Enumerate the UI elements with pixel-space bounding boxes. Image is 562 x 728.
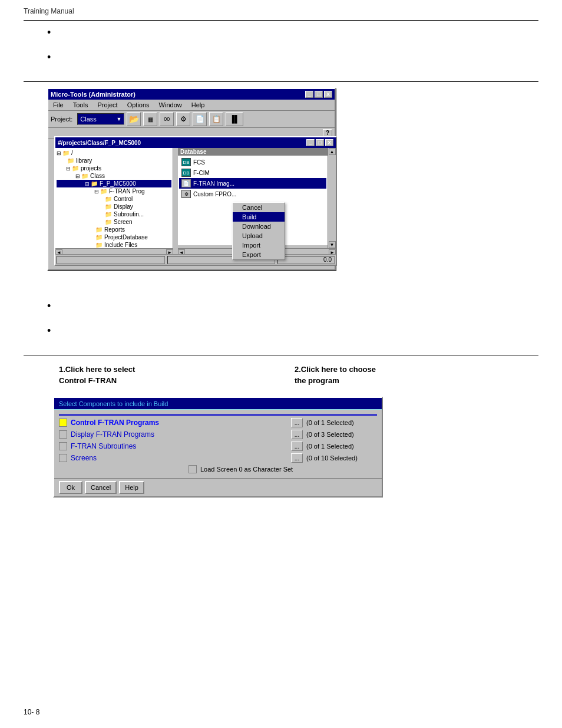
menu-window[interactable]: Window — [157, 101, 184, 109]
toolbar-btn-2[interactable]: ▦ — [143, 112, 157, 126]
toolbar-btn-4[interactable]: ⚙ — [176, 112, 190, 126]
tree-display[interactable]: 📁 Display — [57, 203, 171, 210]
menu-help[interactable]: Help — [189, 101, 207, 109]
component-btn-3[interactable]: ... — [291, 442, 303, 451]
page-header: Training Manual — [0, 0, 562, 20]
fcs-icon: DB — [181, 158, 191, 166]
tree-control[interactable]: 📁 Control — [57, 195, 171, 203]
toolbar-btn-5[interactable]: 📄 — [193, 112, 207, 126]
ok-button[interactable]: Ok — [59, 481, 82, 494]
component-row-4: Screens ... (0 of 10 Selected) — [59, 453, 377, 463]
component-row-3: F-TRAN Subroutines ... (0 of 1 Selected) — [59, 442, 377, 451]
context-upload[interactable]: Upload — [233, 231, 285, 241]
toolbar-btn-1[interactable]: 📂 — [127, 112, 141, 126]
cancel-button[interactable]: Cancel — [85, 481, 117, 494]
status-pane-value: 0.0 — [277, 256, 335, 264]
minimize-button[interactable]: _ — [305, 91, 313, 98]
help-button[interactable]: Help — [119, 481, 144, 494]
scroll-down-icon[interactable]: ▼ — [329, 241, 336, 248]
context-cancel[interactable]: Cancel — [233, 203, 285, 212]
dialog-body: Control F-TRAN Programs ... (0 of 1 Sele… — [54, 410, 382, 478]
main-menubar: File Tools Project Options Window Help — [48, 100, 335, 111]
panel-item-custom[interactable]: ⚙ Custom FPRO... — [179, 189, 326, 199]
checkbox-screens[interactable] — [59, 454, 67, 462]
load-screen-label: Load Screen 0 as Character Set — [200, 466, 293, 473]
bullet-dot-4: • — [47, 325, 59, 338]
load-screen-row: Load Screen 0 as Character Set — [189, 465, 377, 473]
context-build[interactable]: Build — [233, 212, 285, 222]
component-btn-2[interactable]: ... — [291, 430, 303, 439]
inner-titlebar: #/projects/Class/F_P_MC5000 _ □ X — [55, 137, 336, 148]
menu-options[interactable]: Options — [125, 101, 152, 109]
main-toolbar: Project: Class ▼ 📂 ▦ 00 ⚙ 📄 📋 ▐▌ — [48, 111, 335, 128]
component-row-1: Control F-TRAN Programs ... (0 of 1 Sele… — [59, 418, 377, 427]
header-title: Training Manual — [24, 7, 74, 15]
inner-window-buttons: _ □ X — [306, 139, 333, 146]
context-export[interactable]: Export — [233, 250, 285, 259]
component-btn-1[interactable]: ... — [291, 418, 303, 427]
checkbox-control-ftran[interactable] — [59, 419, 67, 427]
checkbox-display-ftran[interactable] — [59, 430, 67, 439]
maximize-button[interactable]: □ — [315, 91, 323, 98]
select-components-dialog: Select Components to include in Build Co… — [53, 397, 383, 498]
tree-include[interactable]: 📁 Include Files — [57, 241, 171, 248]
context-import[interactable]: Import — [233, 241, 285, 250]
bullet-section-2: • • — [0, 294, 562, 355]
component-count-2: (0 of 3 Selected) — [306, 431, 377, 438]
dropdown-arrow-icon: ▼ — [116, 116, 121, 122]
page-footer: 10- 8 — [24, 708, 39, 716]
main-window-title: Micro-Tools (Administrator) — [51, 91, 135, 98]
custom-icon: ⚙ — [181, 190, 191, 198]
component-name-1: Control F-TRAN Programs — [71, 419, 178, 427]
menu-tools[interactable]: Tools — [71, 101, 91, 109]
main-window: Micro-Tools (Administrator) _ □ X File T… — [47, 88, 336, 271]
checkbox-load-screen[interactable] — [189, 465, 197, 473]
scroll-up-icon[interactable]: ▲ — [329, 148, 336, 155]
bullet-section-1: • • — [0, 21, 562, 81]
bullet-item-2: • — [47, 51, 515, 64]
dialog-header: Select Components to include in Build — [54, 398, 382, 410]
inner-minimize-button[interactable]: _ — [306, 139, 315, 146]
tree-subroutine[interactable]: 📁 Subroutin... — [57, 210, 171, 218]
bullet-dot-1: • — [47, 27, 59, 39]
tree-root[interactable]: ⊟ 📁 / — [57, 149, 171, 157]
component-btn-4[interactable]: ... — [291, 453, 303, 463]
component-count-1: (0 of 1 Selected) — [306, 419, 377, 426]
header-underline — [59, 414, 377, 416]
component-name-4: Screens — [71, 454, 178, 462]
diagram-label-right: 2.Click here to choose the program — [295, 364, 376, 386]
toolbar-btn-3[interactable]: 00 — [160, 112, 174, 126]
tree-ftran-prog[interactable]: ⊟ 📁 F-TRAN Prog — [57, 187, 171, 195]
project-dropdown[interactable]: Class ▼ — [77, 113, 124, 125]
context-download[interactable]: Download — [233, 222, 285, 231]
status-bar: 0.0 — [55, 254, 336, 265]
diagram-label-left: 1.Click here to select Control F-TRAN — [59, 364, 135, 386]
page-number: 10- 8 — [24, 708, 39, 716]
tree-fmc5000[interactable]: ⊟ 📁 F_P_MC5000 — [57, 180, 171, 187]
toolbar-btn-6[interactable]: 📋 — [209, 112, 223, 126]
panel-item-ftran[interactable]: 📄 F-TRAN Imag... — [179, 178, 326, 189]
tree-projects[interactable]: ⊟ 📁 projects — [57, 164, 171, 172]
close-button[interactable]: X — [324, 91, 332, 98]
tree-reports[interactable]: 📁 Reports — [57, 226, 171, 233]
toolbar-btn-7[interactable]: ▐▌ — [226, 112, 243, 126]
component-name-3: F-TRAN Subroutines — [71, 442, 178, 450]
diagram-section: 1.Click here to select Control F-TRAN 2.… — [24, 361, 538, 550]
inner-close-button[interactable]: X — [325, 139, 333, 146]
menu-project[interactable]: Project — [95, 101, 120, 109]
tree-screen[interactable]: 📁 Screen — [57, 218, 171, 226]
panel-item-fcs[interactable]: DB FCS — [179, 157, 326, 167]
right-panel-vscrollbar[interactable]: ▲ ▼ — [328, 148, 336, 248]
inner-window: #/projects/Class/F_P_MC5000 _ □ X ⊟ 📁 / … — [54, 136, 337, 266]
checkbox-ftran-sub[interactable] — [59, 442, 67, 450]
bullet-item-3: • — [47, 300, 515, 313]
tree-library[interactable]: 📁 library — [57, 157, 171, 164]
panel-item-fcim[interactable]: DB F-CIM — [179, 167, 326, 178]
menu-file[interactable]: File — [51, 101, 66, 109]
main-window-buttons: _ □ X — [305, 91, 332, 98]
tree-class[interactable]: ⊟ 📁 Class — [57, 172, 171, 180]
ftran-icon: 📄 — [181, 179, 191, 187]
tree-projectdb[interactable]: 📁 ProjectDatabase — [57, 233, 171, 241]
section-divider-1 — [24, 81, 538, 82]
inner-maximize-button[interactable]: □ — [316, 139, 324, 146]
